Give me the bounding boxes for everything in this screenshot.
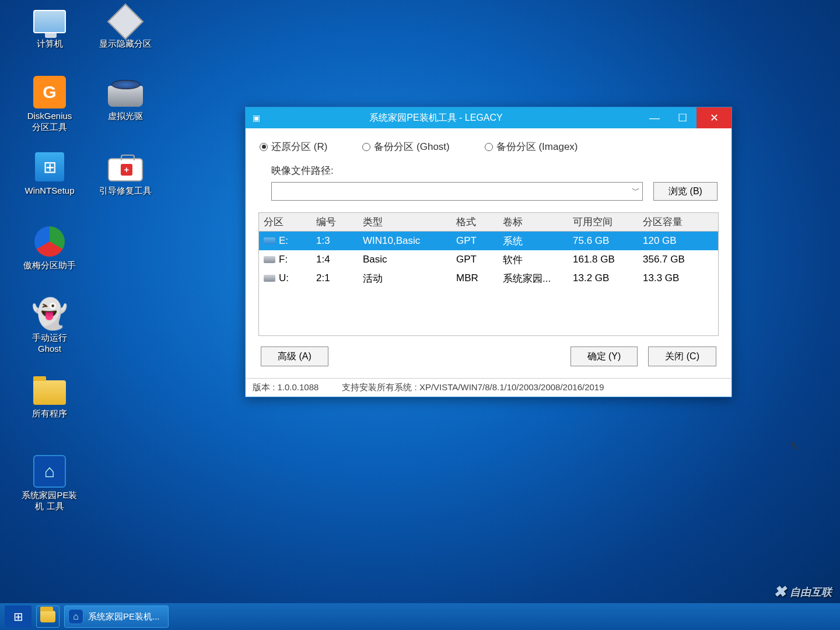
radio-dot-icon (485, 143, 493, 151)
monitor-icon (33, 10, 66, 33)
desktop-icon-boot-repair[interactable]: 引导修复工具 (93, 150, 158, 197)
taskbar-explorer-button[interactable] (36, 606, 60, 628)
radio-dot-icon (260, 143, 268, 151)
desktop-icon-aomei[interactable]: 傲梅分区助手 (18, 225, 82, 271)
desktop-icon-diskgenius[interactable]: G DiskGenius 分区工具 (18, 76, 82, 133)
th-capacity[interactable]: 分区容量 (638, 215, 708, 229)
optical-drive-icon (108, 86, 143, 107)
start-button[interactable]: ⊞ (5, 606, 32, 628)
desktop-icon-show-hidden[interactable]: 显示隐藏分区 (93, 4, 158, 50)
desktop-label: 计算机 (18, 38, 82, 50)
drive-icon (264, 256, 275, 263)
desktop-label: WinNTSetup (18, 186, 82, 197)
desktop-label: 傲梅分区助手 (18, 260, 82, 271)
drive-icon (264, 237, 275, 244)
watermark-x-icon: ✖ (774, 583, 786, 601)
chevron-down-icon[interactable]: ﹀ (632, 186, 640, 196)
mode-radio-group: 还原分区 (R) 备份分区 (Ghost) 备份分区 (Imagex) (257, 136, 720, 164)
support-text: 支持安装所有系统 : XP/VISTA/WIN7/8/8.1/10/2003/2… (342, 382, 604, 393)
desktop-label: 系统家园PE装 机 工具 (18, 490, 82, 512)
close-dialog-button[interactable]: 关闭 (C) (648, 346, 716, 366)
th-free[interactable]: 可用空间 (568, 215, 638, 229)
folder-icon (33, 380, 66, 405)
winnt-icon: ⊞ (35, 152, 64, 181)
desktop-label: DiskGenius 分区工具 (18, 111, 82, 133)
radio-dot-icon (362, 143, 370, 151)
th-number[interactable]: 编号 (312, 215, 358, 229)
folder-icon (40, 611, 55, 622)
image-path-label: 映像文件路径: (271, 164, 718, 177)
desktop-icon-computer[interactable]: 计算机 (18, 4, 82, 50)
pe-installer-dialog: ▣ 系统家园PE装机工具 - LEGACY — ☐ ✕ 还原分区 (R) 备份分… (245, 107, 732, 397)
ok-button[interactable]: 确定 (Y) (570, 346, 638, 366)
taskbar: ⊞ ⌂ 系统家园PE装机... (0, 603, 840, 630)
drive-icon (264, 275, 275, 282)
taskbar-app-pe-tool[interactable]: ⌂ 系统家园PE装机... (64, 606, 169, 628)
radio-backup-imagex[interactable]: 备份分区 (Imagex) (485, 140, 578, 153)
table-empty-area[interactable] (259, 288, 718, 335)
table-row[interactable]: F:1:4BasicGPT软件161.8 GB356.7 GB (259, 250, 718, 269)
desktop-icon-winntsetup[interactable]: ⊞ WinNTSetup (18, 150, 82, 197)
diamond-icon (107, 4, 144, 40)
diskgenius-icon: G (33, 76, 66, 108)
desktop-icon-ghost[interactable]: 👻 手动运行 Ghost (18, 298, 82, 355)
table-row[interactable]: U:2:1活动MBR系统家园...13.2 GB13.3 GB (259, 269, 718, 288)
desktop-icon-pe-tool[interactable]: ⌂ 系统家园PE装 机 工具 (18, 455, 82, 512)
table-body: E:1:3WIN10,BasicGPT系统75.6 GB120 GBF:1:4B… (259, 232, 718, 288)
titlebar[interactable]: ▣ 系统家园PE装机工具 - LEGACY — ☐ ✕ (246, 107, 732, 128)
radio-label: 备份分区 (Imagex) (496, 140, 578, 153)
window-title: 系统家园PE装机工具 - LEGACY (267, 112, 640, 124)
th-label[interactable]: 卷标 (498, 215, 568, 229)
status-bar: 版本 : 1.0.0.1088 支持安装所有系统 : XP/VISTA/WIN7… (246, 378, 732, 397)
desktop-icon-all-programs[interactable]: 所有程序 (18, 373, 82, 419)
close-button[interactable]: ✕ (696, 107, 732, 128)
app-icon: ▣ (246, 113, 267, 123)
desktop-icon-virtual-drive[interactable]: 虚拟光驱 (93, 76, 158, 122)
desktop-label: 引导修复工具 (93, 186, 158, 197)
th-partition[interactable]: 分区 (259, 215, 312, 229)
watermark: ✖ 自由互联 (774, 583, 832, 601)
toolbox-icon (108, 158, 143, 181)
partition-table: 分区 编号 类型 格式 卷标 可用空间 分区容量 E:1:3WIN10,Basi… (258, 212, 719, 336)
image-path-input[interactable]: ﹀ (271, 182, 643, 201)
advanced-button[interactable]: 高级 (A) (261, 346, 328, 366)
aomei-icon (34, 226, 65, 257)
table-row[interactable]: E:1:3WIN10,BasicGPT系统75.6 GB120 GB (259, 232, 718, 250)
ghost-icon: 👻 (32, 297, 68, 331)
th-type[interactable]: 类型 (358, 215, 452, 229)
desktop-label: 手动运行 Ghost (18, 332, 82, 355)
maximize-button[interactable]: ☐ (668, 107, 696, 128)
house-icon: ⌂ (33, 455, 66, 488)
version-text: 版本 : 1.0.0.1088 (253, 382, 318, 393)
browse-button[interactable]: 浏览 (B) (653, 182, 718, 201)
watermark-text: 自由互联 (790, 585, 832, 599)
desktop-label: 所有程序 (18, 408, 82, 419)
th-format[interactable]: 格式 (452, 215, 498, 229)
house-icon: ⌂ (68, 609, 83, 624)
radio-label: 还原分区 (R) (271, 140, 327, 153)
radio-backup-ghost[interactable]: 备份分区 (Ghost) (362, 140, 449, 153)
minimize-button[interactable]: — (640, 107, 668, 128)
desktop-label: 显示隐藏分区 (93, 38, 158, 50)
table-header: 分区 编号 类型 格式 卷标 可用空间 分区容量 (259, 213, 718, 232)
radio-label: 备份分区 (Ghost) (374, 140, 449, 153)
taskbar-app-label: 系统家园PE装机... (88, 611, 160, 622)
desktop-label: 虚拟光驱 (93, 111, 158, 122)
radio-restore[interactable]: 还原分区 (R) (260, 140, 327, 153)
